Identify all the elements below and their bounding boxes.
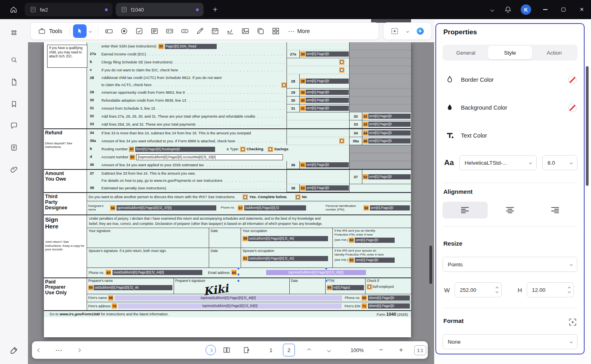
- list-box-tool[interactable]: [147, 24, 162, 39]
- field-tag-64[interactable]: 64: [231, 270, 237, 275]
- checkbox-field-tag[interactable]: [367, 284, 372, 289]
- page-edit-view-button[interactable]: [240, 344, 253, 356]
- more-tools-button[interactable]: ⋯ More: [284, 28, 314, 35]
- field-name[interactable]: orm[0].Page2[0: [306, 185, 349, 191]
- comments-button[interactable]: [7, 118, 21, 133]
- continuous-scroll-toggle[interactable]: [204, 344, 217, 356]
- field-name[interactable]: orm[0].Page2[0: [368, 138, 411, 144]
- checkbox-field-tag[interactable]: [339, 67, 344, 73]
- minimize-button[interactable]: [536, 0, 554, 19]
- field-tag-43[interactable]: 43: [363, 122, 368, 127]
- field-tag-59[interactable]: 59: [243, 236, 248, 241]
- field-name[interactable]: orm[0].Page2[0: [306, 51, 349, 57]
- field-tag-33[interactable]: 33: [158, 44, 164, 49]
- digital-signature-tool[interactable]: [223, 24, 238, 39]
- actual-size-button[interactable]: 1:1: [414, 345, 426, 355]
- tab-f1040[interactable]: f1040: [116, 3, 204, 16]
- align-right-button[interactable]: [532, 202, 577, 218]
- checkbox-field-tag[interactable]: [339, 59, 344, 65]
- format-options-icon[interactable]: [568, 317, 577, 327]
- field-tag-63[interactable]: 63: [106, 270, 111, 275]
- field-name[interactable]: orm[0].Page2[0: [306, 106, 349, 111]
- field-name[interactable]: orm[0].Page2[0: [368, 114, 411, 119]
- field-tag-34[interactable]: 34: [300, 51, 305, 57]
- ai-assistant-button[interactable]: [413, 24, 428, 39]
- tab-action[interactable]: Action: [532, 46, 576, 59]
- amount-field-cell[interactable]: 38orm[0].Page2[0: [300, 74, 349, 89]
- amount-field-cell[interactable]: 52orm[0].Page2[0: [362, 170, 411, 184]
- tab-list-button[interactable]: [484, 2, 500, 18]
- field-tag-47[interactable]: 47: [129, 147, 134, 152]
- select-tool-dropdown[interactable]: [87, 24, 95, 39]
- field-name[interactable]: Subform[0].Page2[0].f2: [244, 205, 306, 211]
- field-tag-56[interactable]: 56: [110, 205, 115, 211]
- notifications-button[interactable]: [500, 2, 516, 18]
- checkbox-field-tag[interactable]: [268, 147, 273, 152]
- amount-field-cell[interactable]: 44orm[0].Page2[0: [362, 129, 411, 137]
- field-name[interactable]: orm[0].Page2[0: [306, 90, 349, 95]
- align-center-button[interactable]: [488, 202, 533, 218]
- field-name[interactable]: orm[0].Page2[0: [368, 130, 411, 136]
- checkbox-tool[interactable]: [132, 24, 147, 39]
- field-tag-46[interactable]: 46: [363, 138, 368, 144]
- bookmarks-button[interactable]: [7, 97, 21, 111]
- date-field-tool[interactable]: [208, 24, 223, 39]
- pages-menu-button[interactable]: ⋯: [52, 344, 65, 356]
- tab-fw2[interactable]: fw2: [25, 3, 113, 16]
- field-name[interactable]: ostSubform[0].Page2[0].f2_46: [94, 285, 172, 290]
- apps-grid-button[interactable]: [7, 26, 21, 40]
- snapshot-tool[interactable]: [387, 24, 402, 39]
- field-tag-41[interactable]: 41: [300, 106, 305, 111]
- amount-field-cell[interactable]: 41orm[0].Page2[0: [300, 104, 349, 112]
- page-2-button[interactable]: 2: [283, 344, 295, 356]
- field-name[interactable]: orm[0].Page2[0: [370, 205, 410, 211]
- close-button[interactable]: ×: [573, 0, 591, 19]
- field-tag-69[interactable]: 69: [362, 295, 367, 301]
- checkbox-field-tag[interactable]: [240, 147, 245, 152]
- font-size-select[interactable]: 8.0: [542, 155, 577, 170]
- amount-field-cell[interactable]: 43orm[0].Page2[0: [362, 120, 411, 128]
- home-button[interactable]: [6, 2, 22, 18]
- field-name[interactable]: form[0].Page2[0].RoutingNo[0: [135, 147, 215, 152]
- notes-button[interactable]: [7, 140, 21, 155]
- amount-field-cell[interactable]: 51orm[0].Page2[0: [300, 161, 349, 169]
- field-name[interactable]: ostSubform[0].Page2[0].f2_40(: [248, 236, 328, 241]
- field-tag-40[interactable]: 40: [300, 98, 305, 103]
- width-stepper[interactable]: 252.00: [455, 282, 502, 297]
- field-tag-50[interactable]: 50: [130, 155, 135, 160]
- text-color-swatch[interactable]: [568, 131, 577, 140]
- search-button[interactable]: [7, 53, 21, 67]
- field-name[interactable]: orm[0].Page2[0: [306, 79, 349, 84]
- align-left-button[interactable]: [443, 202, 488, 218]
- font-family-select[interactable]: HelveticaLTStd-...: [459, 155, 537, 170]
- maximize-button[interactable]: [554, 0, 573, 19]
- field-tag-39[interactable]: 39: [300, 90, 305, 95]
- field-name[interactable]: orm[0].Page2[0: [355, 238, 395, 243]
- document-canvas[interactable]: If you have a qualifying child, you may …: [28, 42, 434, 364]
- field-tag-44[interactable]: 44: [363, 130, 368, 136]
- field-tag-53[interactable]: 53: [300, 185, 305, 191]
- zoom-level[interactable]: 100%: [347, 344, 368, 356]
- select-tool-button[interactable]: [73, 24, 87, 38]
- tools-button[interactable]: Tools: [34, 24, 66, 38]
- field-tag-66[interactable]: 66: [327, 285, 332, 290]
- field-tag-57[interactable]: 57: [238, 205, 243, 211]
- signature-field-tool[interactable]: [192, 24, 208, 39]
- snapshot-dropdown[interactable]: [404, 24, 411, 39]
- field-name[interactable]: oform[0].Page2[0: [368, 295, 410, 301]
- zoom-out-button[interactable]: −: [375, 344, 387, 356]
- previous-page-button[interactable]: [302, 344, 315, 356]
- field-tag-38[interactable]: 38: [300, 79, 305, 84]
- checkbox-field-tag[interactable]: [339, 138, 344, 144]
- duplicate-fields-tool[interactable]: [253, 24, 268, 39]
- field-name[interactable]: orm[0].Page2[0: [306, 162, 349, 167]
- field-tag-60[interactable]: 60: [349, 238, 354, 243]
- user-avatar[interactable]: K: [521, 4, 531, 15]
- amount-field-cell[interactable]: 34orm[0].Page2[0: [300, 50, 349, 58]
- amount-field-cell[interactable]: 46orm[0].Page2[0: [362, 137, 411, 145]
- amount-field-cell[interactable]: 40orm[0].Page2[0: [300, 96, 349, 104]
- field-tag-68[interactable]: 68: [108, 295, 113, 301]
- field-name[interactable]: orm[0].Page2[0: [355, 258, 395, 263]
- stylus-tool-button[interactable]: [7, 343, 21, 358]
- page-1-button[interactable]: 1: [265, 344, 277, 356]
